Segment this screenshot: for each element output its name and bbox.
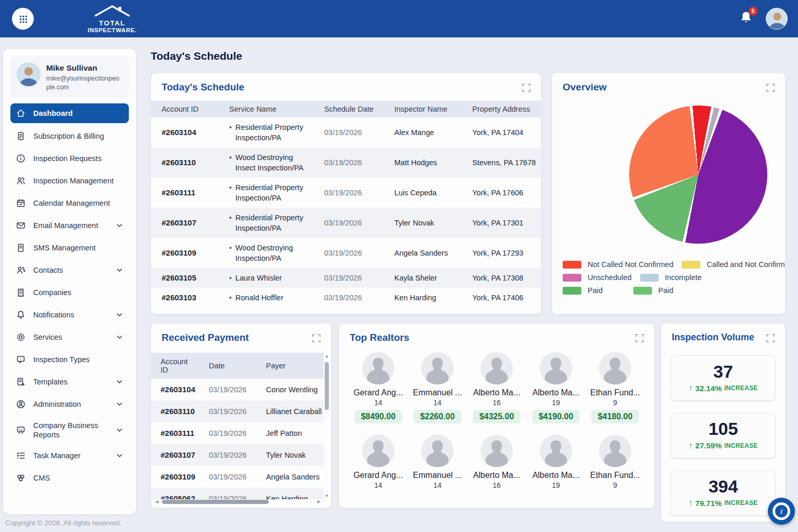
- table-row[interactable]: #2603105 •Laura Whisler 03/19/2026 Kayla…: [151, 268, 541, 288]
- volume-card-title: Inspection Volume: [672, 332, 754, 343]
- table-row[interactable]: #2603109 03/19/2026 Angela Sanders: [151, 466, 324, 488]
- horizontal-scroll-thumb[interactable]: [162, 500, 269, 504]
- table-row[interactable]: #2603104 •Residential Property Inspectio…: [151, 117, 541, 148]
- realtor-item[interactable]: Emmanuel ...14$2260.00: [408, 352, 467, 423]
- realtor-item[interactable]: Alberto Ma...16$4325.00: [467, 352, 526, 423]
- sidebar-item-contacts[interactable]: Contacts: [10, 259, 129, 282]
- document-icon: [16, 131, 26, 141]
- expand-overview-button[interactable]: [764, 82, 777, 96]
- table-row[interactable]: #2603110 •Wood Destroying Insect Inspect…: [151, 148, 541, 178]
- volume-stats: 37 ↑32.14%INCREASE 105 ↑27.59%INCREASE 3…: [661, 351, 785, 515]
- sidebar-item-inspection-types[interactable]: Inspection Types: [10, 349, 129, 371]
- payer-cell: Ken Harding: [257, 488, 324, 499]
- sidebar-profile[interactable]: Mike Sullivan mike@yourinspectionpeople.…: [10, 56, 129, 98]
- sidebar-item-services[interactable]: Services: [10, 326, 129, 349]
- sidebar-item-subscription-billing[interactable]: Subscription & Billing: [10, 125, 129, 148]
- property-address-cell: York, PA 17406: [462, 288, 541, 308]
- sidebar-item-label: Calendar Management: [33, 198, 124, 208]
- profile-name: Mike Sullivan: [46, 63, 123, 73]
- sidebar-item-label: Templates: [33, 377, 108, 387]
- scroll-left-icon[interactable]: ◀: [155, 499, 158, 504]
- sidebar-item-label: SMS Management: [33, 243, 124, 252]
- expand-schedule-button[interactable]: [520, 82, 533, 96]
- accessibility-info-button[interactable]: i: [768, 498, 795, 525]
- expand-realtors-button[interactable]: [633, 332, 646, 346]
- scroll-right-icon[interactable]: ▶: [317, 499, 321, 504]
- sidebar-item-sms-management[interactable]: SMS Management: [10, 237, 129, 259]
- account-id-cell: #2603103: [151, 288, 219, 308]
- table-row[interactable]: #2603103 •Ronald Hoffler 03/19/2026 Ken …: [151, 288, 541, 308]
- volume-stat-value: 105: [674, 419, 772, 438]
- contacts-icon: [16, 265, 26, 275]
- vertical-scroll-thumb[interactable]: [325, 362, 329, 410]
- realtor-avatar: [540, 352, 572, 384]
- table-row[interactable]: #2603104 03/19/2026 Conor Wentling: [151, 379, 324, 401]
- realtor-name: Emmanuel ...: [413, 471, 462, 480]
- realtor-item[interactable]: Gerard Ang...14: [349, 435, 408, 489]
- table-row[interactable]: #2603110 03/19/2026 Lillianet Caraball: [151, 401, 324, 422]
- legend-swatch: [640, 274, 659, 282]
- scroll-up-icon[interactable]: ▲: [324, 354, 329, 358]
- table-row[interactable]: #2603111 •Residential Property Inspectio…: [151, 178, 541, 208]
- schedule-date-cell: 03/19/2026: [314, 148, 384, 178]
- legend-item: Paid: [563, 286, 625, 295]
- sidebar-item-notifications[interactable]: Notifications: [10, 304, 129, 326]
- account-id-cell: #2603109: [151, 238, 219, 268]
- table-row[interactable]: #2603107 03/19/2026 Tyler Novak: [151, 444, 324, 466]
- brand-logo[interactable]: TOTAL INSPECTWARE.: [87, 4, 137, 33]
- realtor-avatar: [362, 352, 394, 384]
- sidebar-item-cms[interactable]: CMS: [10, 467, 129, 489]
- schedule-column-header: Service Name: [219, 101, 314, 117]
- realtor-avatar: [421, 352, 454, 384]
- sidebar-item-company-business-reports[interactable]: Company Business Reports: [10, 416, 129, 445]
- expand-icon: [521, 87, 531, 95]
- sidebar-item-label: Subscription & Billing: [33, 131, 124, 141]
- apps-grid-button[interactable]: [12, 8, 34, 30]
- received-payment-card: Received Payment Account IDDatePayer #26…: [151, 323, 331, 508]
- realtor-item[interactable]: Alberto Ma...19: [526, 435, 586, 489]
- building-icon: [16, 287, 26, 298]
- realtor-item[interactable]: Ethan Fund...9$4180.00: [586, 352, 645, 423]
- expand-icon: [311, 337, 322, 345]
- expand-payments-button[interactable]: [310, 332, 323, 346]
- legend-swatch: [682, 261, 700, 269]
- expand-volume-button[interactable]: [764, 332, 777, 346]
- inspector-name-cell: Matt Hodges: [384, 148, 462, 178]
- table-row[interactable]: #2603107 •Residential Property Inspectio…: [151, 208, 541, 238]
- sidebar-item-inspection-management[interactable]: Inspection Management: [10, 170, 129, 192]
- inspector-name-cell: Alex Mange: [384, 117, 462, 148]
- realtor-item[interactable]: Ethan Fund...9: [586, 435, 645, 489]
- service-name-cell: Laura Whisler: [235, 273, 282, 283]
- table-row[interactable]: #2605062 03/19/2026 Ken Harding: [151, 488, 324, 499]
- realtor-item[interactable]: Alberto Ma...19$4190.00: [526, 352, 586, 423]
- horizontal-scrollbar[interactable]: ◀ ▶: [155, 499, 321, 505]
- sidebar-item-dashboard[interactable]: Dashboard: [10, 103, 129, 123]
- sidebar-item-email-management[interactable]: Email Management: [10, 215, 129, 237]
- chevron-down-icon: [115, 333, 124, 341]
- realtor-item[interactable]: Gerard Ang...14$8490.00: [349, 352, 408, 423]
- realtor-name: Gerard Ang...: [353, 388, 403, 397]
- vertical-scrollbar[interactable]: ▲ ▼: [324, 354, 329, 498]
- table-row[interactable]: #2603109 •Wood Destroying Inspection/PA …: [151, 238, 541, 268]
- table-row[interactable]: #2603111 03/19/2026 Jeff Patton: [151, 422, 324, 444]
- legend-label: Called and Not Confirmed: [707, 260, 786, 269]
- legend-swatch: [633, 287, 652, 295]
- mail-icon: [16, 220, 26, 231]
- sidebar-item-task-manager[interactable]: Task Manager: [10, 445, 129, 467]
- volume-stat-box: 37 ↑32.14%INCREASE: [671, 355, 776, 401]
- notifications-button[interactable]: 5: [739, 10, 753, 28]
- sidebar-item-calendar-management[interactable]: Calendar Management: [10, 192, 129, 215]
- realtor-avatar: [481, 352, 513, 384]
- sidebar-item-companies[interactable]: Companies: [10, 282, 129, 304]
- bullet-icon: •: [229, 292, 232, 303]
- sidebar-item-administration[interactable]: Administration: [10, 393, 129, 416]
- sidebar-item-templates[interactable]: Templates: [10, 371, 129, 393]
- realtor-item[interactable]: Alberto Ma...16: [467, 435, 526, 489]
- user-avatar[interactable]: [766, 8, 788, 30]
- realtor-item[interactable]: Emmanuel ...14: [408, 435, 467, 489]
- scroll-down-icon[interactable]: ▼: [324, 494, 329, 498]
- realtor-avatar: [481, 435, 513, 467]
- sidebar-item-inspection-requests[interactable]: Inspection Requests: [10, 148, 129, 170]
- realtor-avatar: [421, 435, 454, 467]
- inspection-volume-card: Inspection Volume 37 ↑32.14%INCREASE 105…: [661, 323, 786, 522]
